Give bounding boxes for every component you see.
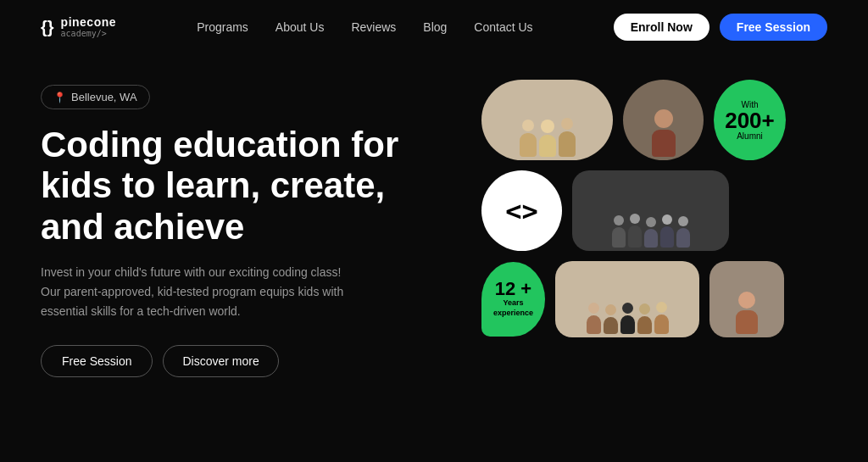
hero-description: Invest in your child's future with our e… <box>41 263 363 321</box>
free-session-button[interactable]: Free Session <box>41 345 153 377</box>
image-row-1: With 200+ Alumni <box>481 80 827 160</box>
photo-group-wide <box>572 170 729 251</box>
g1 <box>587 303 601 334</box>
location-icon: 📍 <box>53 92 66 103</box>
experience-badge: 12 + Years experience <box>481 262 545 337</box>
nav-item-programs[interactable]: Programs <box>197 19 248 35</box>
hero-image-collage: With 200+ Alumni <> <box>481 80 827 368</box>
nav-link-reviews[interactable]: Reviews <box>351 20 396 34</box>
enroll-now-button[interactable]: Enroll Now <box>614 14 709 41</box>
photo-group-kids <box>481 80 613 160</box>
nav-link-programs[interactable]: Programs <box>197 20 248 34</box>
image-row-2: <> <box>481 170 827 251</box>
hero-left: 📍 Bellevue, WA Coding education for kids… <box>41 71 448 377</box>
solo-person <box>736 292 758 334</box>
p2 <box>628 214 642 248</box>
p4 <box>660 214 674 248</box>
exp-number: 12 + <box>495 280 531 298</box>
logo-text: pinecone academy/> <box>61 16 116 38</box>
exp-label1: Years <box>503 298 523 309</box>
logo: {} pinecone academy/> <box>41 16 116 38</box>
g3 <box>620 303 635 334</box>
logo-icon: {} <box>41 19 54 36</box>
person-1 <box>520 120 537 157</box>
person-3 <box>559 118 576 157</box>
nav-buttons: Enroll Now Free Session <box>614 14 827 41</box>
image-row-3: 12 + Years experience <box>481 261 827 337</box>
person-circle <box>652 109 676 157</box>
photo-person-circle <box>623 80 704 160</box>
location-badge: 📍 Bellevue, WA <box>41 85 150 109</box>
nav-item-blog[interactable]: Blog <box>423 19 447 35</box>
g4 <box>637 303 652 334</box>
nav-item-about[interactable]: About Us <box>275 19 325 35</box>
logo-bracket-left: {} <box>41 19 54 36</box>
navbar: {} pinecone academy/> Programs About Us … <box>0 0 868 54</box>
p1 <box>612 215 626 248</box>
discover-more-button[interactable]: Discover more <box>163 345 278 377</box>
brand-logo-icon: <> <box>505 195 538 227</box>
hero-buttons: Free Session Discover more <box>41 345 448 377</box>
nav-item-contact[interactable]: Contact Us <box>474 19 532 35</box>
location-text: Bellevue, WA <box>71 91 137 103</box>
logo-name: pinecone <box>61 16 116 29</box>
g2 <box>604 304 618 334</box>
free-session-nav-button[interactable]: Free Session <box>720 14 827 41</box>
p3 <box>644 217 658 248</box>
nav-link-about[interactable]: About Us <box>275 20 325 34</box>
logo-sub: academy/> <box>61 29 116 38</box>
alumni-number: 200+ <box>725 109 775 131</box>
g5 <box>654 302 669 334</box>
person-2 <box>539 120 556 157</box>
hero-title: Coding education for kids to learn, crea… <box>41 125 448 248</box>
nav-link-contact[interactable]: Contact Us <box>474 20 532 34</box>
nav-item-reviews[interactable]: Reviews <box>351 19 396 35</box>
brand-logo-circle: <> <box>481 170 562 251</box>
photo-group-medium <box>555 261 699 337</box>
nav-link-blog[interactable]: Blog <box>423 20 447 34</box>
exp-label2: experience <box>493 309 533 319</box>
hero-section: 📍 Bellevue, WA Coding education for kids… <box>0 54 868 462</box>
alumni-label: Alumni <box>737 131 763 141</box>
photo-person-solo <box>709 261 784 337</box>
p5 <box>676 216 690 248</box>
nav-links: Programs About Us Reviews Blog Contact U… <box>197 19 532 35</box>
alumni-badge: With 200+ Alumni <box>714 80 786 160</box>
